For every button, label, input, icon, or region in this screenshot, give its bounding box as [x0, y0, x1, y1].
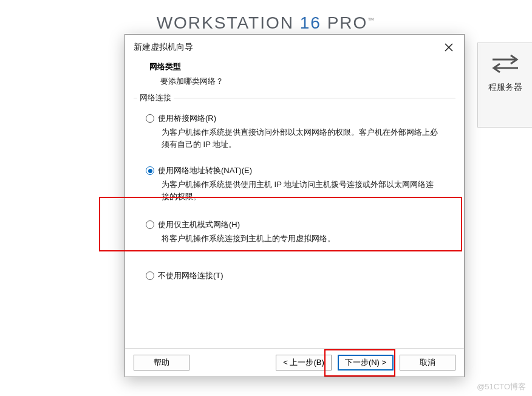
brand-edition: PRO: [327, 13, 368, 32]
cancel-button[interactable]: 取消: [400, 355, 455, 370]
option-bridged-desc: 为客户机操作系统提供直接访问外部以太网网络的权限。客户机在外部网络上必须有自己的…: [146, 124, 445, 152]
radio-hostonly[interactable]: [146, 220, 154, 229]
page-subheading: 要添加哪类网络？: [149, 76, 447, 87]
radio-none[interactable]: [146, 271, 154, 280]
help-button[interactable]: 帮助: [134, 355, 189, 370]
option-none[interactable]: 不使用网络连接(T): [141, 267, 448, 285]
option-hostonly-desc: 将客户机操作系统连接到主机上的专用虚拟网络。: [146, 230, 445, 246]
new-vm-wizard-dialog: 新建虚拟机向导 网络类型 要添加哪类网络？ 网络连接 使用桥接网络(R) 为客户…: [124, 34, 465, 377]
option-hostonly-label: 使用仅主机模式网络(H): [158, 219, 240, 230]
bg-tile-label: 程服务器: [482, 82, 528, 93]
group-title: 网络连接: [137, 92, 174, 103]
option-nat[interactable]: 使用网络地址转换(NAT)(E) 为客户机操作系统提供使用主机 IP 地址访问主…: [141, 162, 448, 208]
option-bridged-label: 使用桥接网络(R): [158, 113, 216, 124]
close-icon: [445, 43, 453, 52]
titlebar: 新建虚拟机向导: [125, 35, 464, 59]
bg-remote-server-tile[interactable]: 程服务器: [477, 43, 532, 128]
option-hostonly[interactable]: 使用仅主机模式网络(H) 将客户机操作系统连接到主机上的专用虚拟网络。: [141, 216, 448, 250]
radio-bridged[interactable]: [146, 114, 154, 123]
button-bar: 帮助 < 上一步(B) 下一步(N) > 取消: [125, 348, 464, 377]
option-nat-desc: 为客户机操作系统提供使用主机 IP 地址访问主机拨号连接或外部以太网网络连接的权…: [146, 176, 445, 204]
option-none-label: 不使用网络连接(T): [158, 270, 223, 281]
remote-server-icon: [491, 54, 519, 73]
close-button[interactable]: [442, 41, 455, 54]
brand-tm: ™: [367, 16, 375, 24]
back-button[interactable]: < 上一步(B): [276, 355, 332, 370]
dialog-title: 新建虚拟机向导: [134, 42, 193, 53]
next-button[interactable]: 下一步(N) >: [338, 355, 394, 370]
network-connection-group: 网络连接 使用桥接网络(R) 为客户机操作系统提供直接访问外部以太网网络的权限。…: [134, 98, 455, 348]
page-heading: 网络类型: [149, 61, 447, 72]
brand-logo: WORKSTATION 16 PRO™: [0, 13, 532, 33]
option-bridged[interactable]: 使用桥接网络(R) 为客户机操作系统提供直接访问外部以太网网络的权限。客户机在外…: [141, 109, 448, 155]
brand-version: 16: [300, 13, 321, 32]
radio-nat[interactable]: [146, 166, 154, 175]
brand-name: WORKSTATION: [157, 13, 294, 32]
heading-area: 网络类型 要添加哪类网络？: [125, 59, 464, 94]
watermark: @51CTO博客: [477, 381, 526, 392]
option-nat-label: 使用网络地址转换(NAT)(E): [158, 165, 252, 176]
